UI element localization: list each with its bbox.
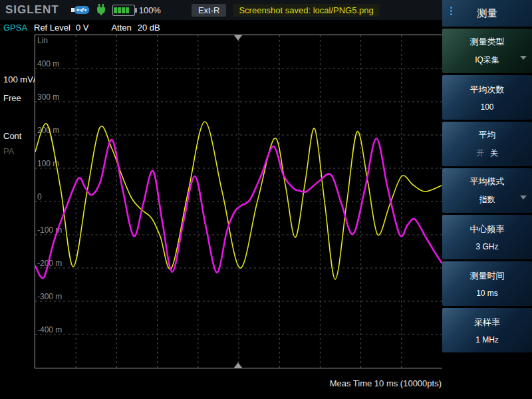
toggle-option-active: 关 [490,148,498,158]
trace2-magenta [35,138,442,278]
center-marker-bottom-icon [234,362,242,368]
mode-indicator: GPSA [3,23,31,33]
trigger-mode-label: Free [3,93,21,103]
scale-type-label: Lin [37,36,48,45]
atten-label[interactable]: Atten [111,23,131,33]
screenshot-saved-message: Screenshot saved: local/PNG5.png [233,4,379,17]
softkey-menu: 测量 测量类型IQ采集平均次数100平均开关平均模式指数中心频率3 GHz测量时… [442,0,532,399]
sweep-mode-label: Cont [3,131,21,141]
ref-level-label[interactable]: Ref Level [34,23,70,33]
menu-header-title: 测量 [477,7,497,20]
softkey-label: 采样率 [474,317,500,329]
dropdown-arrow-icon [520,56,527,60]
softkey-1[interactable]: 测量类型IQ采集 [442,29,532,73]
y-tick-label: -400 m [37,325,62,334]
y-tick-label: 400 m [37,59,59,68]
softkey-7[interactable]: 采样率1 MHz [442,308,532,352]
softkey-label: 平均 [479,129,496,141]
waveform-plot: Lin400 m300 m200 m100 m0-100 m-200 m-300… [35,35,443,368]
softkey-6[interactable]: 测量时间10 ms [442,261,532,306]
meas-time-status: Meas Time 10 ms (10000pts) [0,378,442,388]
toggle-option-inactive: 开 [476,148,484,158]
siglent-logo: SIGLENT [5,3,59,17]
menu-header-measure[interactable]: 测量 [442,0,532,27]
dropdown-arrow-icon [520,196,527,200]
softkey-label: 平均模式 [470,176,505,188]
softkey-label: 测量类型 [470,36,505,48]
softkey-label: 平均次数 [470,84,505,96]
preamp-label: PA [3,146,14,156]
menu-dots-icon [450,7,452,15]
y-tick-label: -300 m [37,292,62,301]
softkey-value: IQ采集 [475,55,499,66]
ref-level-value[interactable]: 0 V [76,23,89,33]
softkey-3[interactable]: 平均开关 [442,122,532,166]
softkey-value: 3 GHz [475,242,498,251]
y-tick-label: 0 [37,192,42,201]
atten-value[interactable]: 20 dB [138,23,160,33]
softkey-label: 中心频率 [470,223,505,235]
softkey-value: 指数 [479,194,495,205]
battery-icon [112,5,135,16]
softkey-label: 测量时间 [470,270,505,282]
softkey-value: 100 [480,102,493,112]
analyzer-screen: SIGLENT 100% Ext-R Screenshot saved: loc… [0,0,532,399]
ext-ref-badge: Ext-R [192,4,227,17]
softkey-4[interactable]: 平均模式指数 [442,168,532,213]
softkey-value: 1 MHz [475,335,499,344]
waveform-svg: Lin400 m300 m200 m100 m0-100 m-200 m-300… [35,35,442,368]
center-marker-top-icon [234,35,242,41]
scale-per-div-label: 100 mV/ [3,74,35,84]
battery-percent: 100% [139,5,161,15]
top-status-bar: SIGLENT 100% Ext-R Screenshot saved: loc… [0,0,442,20]
power-plug-icon [96,4,106,16]
battery-indicator: 100% [112,5,161,16]
softkey-value: 10 ms [476,289,498,298]
measurement-info-row: GPSA Ref Level 0 V Atten 20 dB [0,21,442,34]
softkey-2[interactable]: 平均次数100 [442,75,532,120]
usb-icon [71,5,90,15]
softkey-5[interactable]: 中心频率3 GHz [442,215,532,259]
softkey-value: 开关 [476,148,498,159]
y-tick-label: 300 m [37,92,59,102]
